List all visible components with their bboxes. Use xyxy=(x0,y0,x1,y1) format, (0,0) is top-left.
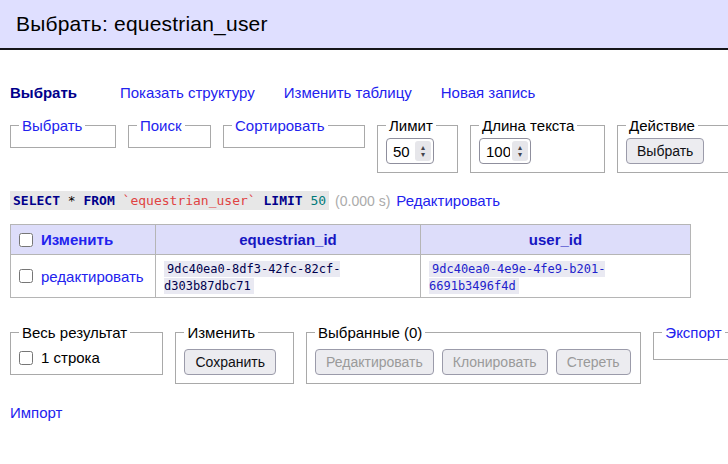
filter-row: Выбрать Поиск Сортировать Лимит 50 ▴ ▾ Д… xyxy=(10,117,728,173)
import-link[interactable]: Импорт xyxy=(10,404,62,421)
sql-table-name: `equestrian_user` xyxy=(123,193,256,208)
sql-keyword-from: FROM xyxy=(83,193,114,208)
fieldset-export-legend[interactable]: Экспорт xyxy=(665,324,721,341)
column-header-equestrian-id: equestrian_id xyxy=(156,225,421,255)
fieldset-modify-legend: Изменить xyxy=(184,324,258,341)
fieldset-sort-legend[interactable]: Сортировать xyxy=(235,117,325,134)
fieldset-text-length-legend: Длина текста xyxy=(479,117,577,134)
row-edit-link[interactable]: редактировать xyxy=(41,268,144,285)
save-button[interactable]: Сохранить xyxy=(184,349,276,375)
sort-user-id-link[interactable]: user_id xyxy=(529,231,582,248)
sql-keyword-limit: LIMIT xyxy=(263,193,302,208)
sort-equestrian-id-link[interactable]: equestrian_id xyxy=(239,231,337,248)
footer-row: Весь результат 1 строка Изменить Сохрани… xyxy=(10,324,728,384)
sql-star: * xyxy=(68,193,76,208)
limit-spinner[interactable]: ▴ ▾ xyxy=(415,141,431,161)
modify-header-link[interactable]: Изменить xyxy=(41,231,113,248)
table-nav: Выбрать Показать структуру Изменить табл… xyxy=(10,84,728,101)
sql-query-line: SELECT * FROM `equestrian_user` LIMIT 50… xyxy=(10,191,728,210)
fieldset-limit-legend: Лимит xyxy=(386,117,436,134)
text-length-input[interactable]: 100 ▴ ▾ xyxy=(479,138,531,164)
fieldset-whole-result-legend: Весь результат xyxy=(19,324,130,341)
limit-value: 50 xyxy=(393,143,413,160)
text-length-spinner[interactable]: ▴ ▾ xyxy=(512,141,528,161)
user-id-link[interactable]: 9dc40ea0-4e9e-4fe9-b201-6691b3496f4d xyxy=(429,261,605,294)
sql-keyword-select: SELECT xyxy=(13,193,60,208)
select-submit-button[interactable]: Выбрать xyxy=(626,138,704,164)
result-table: Изменить equestrian_id user_id редактиро… xyxy=(10,224,691,298)
nav-select[interactable]: Выбрать xyxy=(10,84,77,101)
fieldset-export: Экспорт xyxy=(653,324,728,360)
fieldset-select: Выбрать xyxy=(10,117,116,148)
text-length-value: 100 xyxy=(486,143,510,160)
select-all-checkbox[interactable] xyxy=(19,233,33,247)
edit-query-link[interactable]: Редактировать xyxy=(396,192,500,209)
modify-header-cell: Изменить xyxy=(11,225,156,255)
fieldset-selected: Выбранные (0) Редактировать Клонировать … xyxy=(306,324,641,384)
sql-limit-value: 50 xyxy=(310,193,326,208)
equestrian-id-value: 9dc40ea0-8df3-42fc-82cf-d303b87dbc71 xyxy=(164,261,340,294)
limit-input[interactable]: 50 ▴ ▾ xyxy=(386,138,434,164)
import-row: Импорт xyxy=(10,404,728,421)
fieldset-action-legend: Действие xyxy=(626,117,698,134)
edit-selected-button[interactable]: Редактировать xyxy=(315,349,434,375)
nav-new-item[interactable]: Новая запись xyxy=(441,84,536,101)
fieldset-action: Действие Выбрать xyxy=(617,117,728,173)
equestrian-id-cell: 9dc40ea0-8df3-42fc-82cf-d303b87dbc71 xyxy=(156,255,421,298)
table-row: редактировать 9dc40ea0-8df3-42fc-82cf-d3… xyxy=(11,255,691,298)
fieldset-selected-legend: Выбранные (0) xyxy=(315,324,425,341)
spinner-down-icon[interactable]: ▾ xyxy=(421,151,425,158)
fieldset-search: Поиск xyxy=(128,117,211,148)
row-modify-cell: редактировать xyxy=(11,255,156,298)
fieldset-sort: Сортировать xyxy=(223,117,365,148)
sql-code: SELECT * FROM `equestrian_user` LIMIT 50 xyxy=(10,191,329,210)
nav-show-structure[interactable]: Показать структуру xyxy=(120,84,255,101)
table-header-row: Изменить equestrian_id user_id xyxy=(11,225,691,255)
fieldset-modify: Изменить Сохранить xyxy=(175,324,294,384)
adminer-page: Выбрать: equestrian_user Выбрать Показат… xyxy=(0,0,728,464)
page-title: Выбрать: equestrian_user xyxy=(16,12,268,36)
clone-selected-button[interactable]: Клонировать xyxy=(442,349,548,375)
whole-result-checkbox[interactable] xyxy=(19,351,33,365)
fieldset-select-legend[interactable]: Выбрать xyxy=(22,117,82,134)
nav-alter-table[interactable]: Изменить таблицу xyxy=(284,84,412,101)
query-time: (0.000 s) xyxy=(335,193,390,209)
column-header-user-id: user_id xyxy=(421,225,691,255)
page-header: Выбрать: equestrian_user xyxy=(0,0,728,50)
fieldset-limit: Лимит 50 ▴ ▾ xyxy=(377,117,458,173)
fieldset-search-legend[interactable]: Поиск xyxy=(140,117,182,134)
delete-selected-button[interactable]: Стереть xyxy=(556,349,631,375)
user-id-cell: 9dc40ea0-4e9e-4fe9-b201-6691b3496f4d xyxy=(421,255,691,298)
fieldset-text-length: Длина текста 100 ▴ ▾ xyxy=(470,117,605,173)
fieldset-whole-result: Весь результат 1 строка xyxy=(10,324,163,375)
spinner-down-icon[interactable]: ▾ xyxy=(518,151,522,158)
whole-result-label: 1 строка xyxy=(41,349,100,366)
row-checkbox[interactable] xyxy=(19,269,33,283)
